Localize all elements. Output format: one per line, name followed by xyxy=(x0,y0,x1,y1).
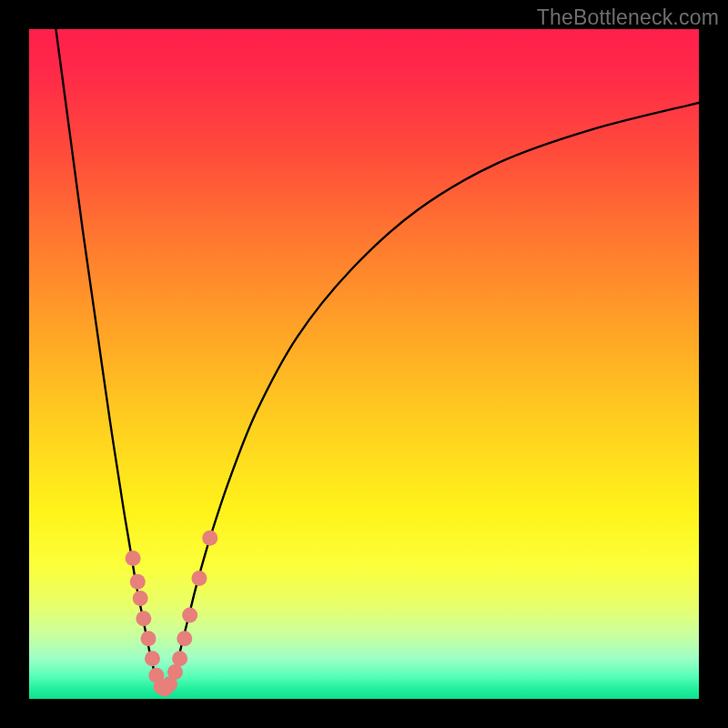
chart-frame: TheBottleneck.com xyxy=(0,0,728,728)
watermark-text: TheBottleneck.com xyxy=(537,5,719,30)
plot-area xyxy=(29,29,699,699)
marker-point xyxy=(191,571,207,586)
marker-point xyxy=(172,651,187,666)
marker-point xyxy=(130,574,146,590)
bottleneck-curve xyxy=(56,29,699,693)
marker-point xyxy=(133,591,148,606)
marker-point xyxy=(141,631,157,646)
marker-point xyxy=(177,631,192,646)
marker-point xyxy=(136,611,151,626)
curve-layer xyxy=(29,29,699,699)
marker-point xyxy=(182,608,197,623)
marker-point xyxy=(145,651,160,666)
marker-point xyxy=(202,531,217,546)
marker-point xyxy=(167,664,183,680)
marker-point xyxy=(126,551,141,566)
